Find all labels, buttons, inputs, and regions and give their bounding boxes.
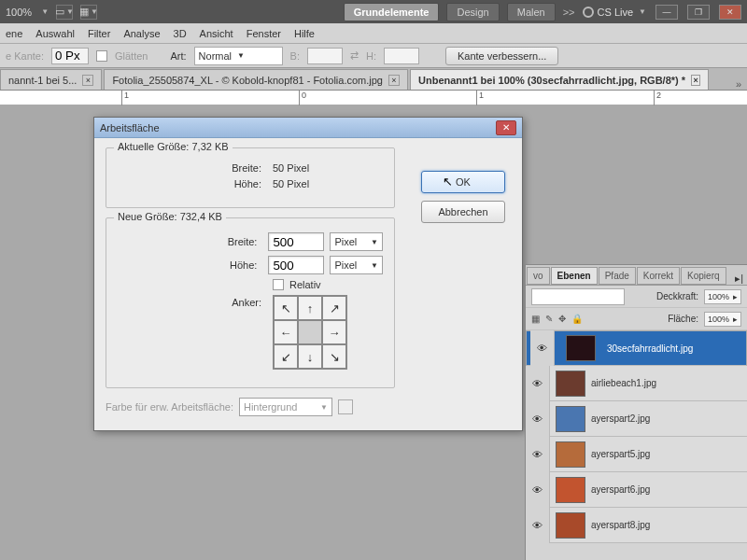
cursor-icon: ↖ xyxy=(443,175,453,189)
anchor-grid[interactable]: ↖↑↗ ←→ ↙↓↘ xyxy=(273,295,347,370)
layer-row[interactable]: 👁airliebeach1.jpg xyxy=(526,366,747,401)
layer-name: airliebeach1.jpg xyxy=(591,378,656,388)
layer-row[interactable]: 👁ayerspart8.jpg xyxy=(526,508,747,543)
layer-thumbnail[interactable] xyxy=(556,512,585,539)
zoom-level[interactable]: 100% xyxy=(6,7,32,18)
close-button[interactable]: ✕ xyxy=(719,5,741,20)
cs-live-button[interactable]: CS Live▼ xyxy=(583,7,646,18)
document-tab[interactable]: Unbenannt1 bei 100% (30secfahrradlicht.j… xyxy=(410,69,709,90)
menu-item[interactable]: Filter xyxy=(88,28,110,39)
panel-tab[interactable]: Korrekt xyxy=(637,267,680,285)
ok-button[interactable]: OK ↖ xyxy=(421,171,505,193)
refine-edge-button[interactable]: Kante verbessern... xyxy=(445,47,558,65)
layer-name: 30secfahrradlicht.jpg xyxy=(607,343,693,354)
extension-color-label: Farbe für erw. Arbeitsfläche: xyxy=(106,401,233,413)
menu-item[interactable]: ene xyxy=(6,28,22,39)
height-label: H: xyxy=(366,50,376,62)
visibility-icon[interactable]: 👁 xyxy=(526,472,550,508)
visibility-icon[interactable]: 👁 xyxy=(526,437,550,472)
style-select[interactable]: Normal▼ xyxy=(194,47,283,65)
panel-tab[interactable]: Kopierq xyxy=(681,267,726,285)
panel-tabs: vo Ebenen Pfade Korrekt Kopierq ▸| xyxy=(526,265,747,286)
width-input xyxy=(307,48,343,64)
width-unit-select[interactable]: Pixel▼ xyxy=(330,232,383,251)
panel-menu-icon[interactable]: ▸| xyxy=(731,273,747,285)
layers-panel: vo Ebenen Pfade Korrekt Kopierq ▸| Deckk… xyxy=(525,264,747,560)
menu-item[interactable]: Auswahl xyxy=(35,28,75,39)
current-height-value: 50 Pixel xyxy=(273,178,309,189)
layer-name: ayerspart8.jpg xyxy=(591,520,650,530)
visibility-icon[interactable]: 👁 xyxy=(526,401,550,437)
fill-label: Fläche: xyxy=(668,314,698,324)
workspace-design-button[interactable]: Design xyxy=(446,3,499,21)
style-label: Art: xyxy=(170,50,186,62)
menu-item[interactable]: Hilfe xyxy=(294,28,315,39)
dialog-title: Arbeitsfläche xyxy=(100,122,160,133)
current-width-value: 50 Pixel xyxy=(273,162,309,174)
layer-name: ayerspart6.jpg xyxy=(591,484,650,495)
link-icon: ⇄ xyxy=(350,49,359,62)
dialog-close-button[interactable]: ✕ xyxy=(496,120,516,135)
close-icon[interactable]: × xyxy=(82,75,93,86)
menu-item[interactable]: Ansicht xyxy=(200,28,233,39)
layer-thumbnail[interactable] xyxy=(556,406,585,432)
lock-transparent-icon: ▦ xyxy=(531,314,540,324)
feather-input[interactable] xyxy=(51,48,89,64)
relative-label: Relativ xyxy=(289,279,321,290)
menu-item[interactable]: 3D xyxy=(174,28,187,39)
minimize-button[interactable]: — xyxy=(655,5,678,20)
visibility-icon[interactable]: 👁 xyxy=(526,508,550,543)
workspace-essentials-button[interactable]: Grundelemente xyxy=(344,3,440,21)
extension-color-select[interactable]: Hintergrund▼ xyxy=(239,398,332,416)
lock-icons[interactable]: ▦✎✥🔒 xyxy=(531,314,583,324)
move-icon: ✥ xyxy=(558,314,566,324)
layer-thumbnail[interactable] xyxy=(556,441,585,468)
opacity-input[interactable]: 100%▸ xyxy=(704,289,741,304)
antialias-checkbox[interactable] xyxy=(96,50,107,62)
new-width-input[interactable] xyxy=(268,232,324,251)
antialias-label: Glätten xyxy=(115,50,148,62)
layer-thumbnail[interactable] xyxy=(556,477,585,503)
layer-row[interactable]: 👁ayerspart6.jpg xyxy=(526,472,747,508)
panel-tab[interactable]: vo xyxy=(527,267,550,285)
tabs-overflow[interactable]: » xyxy=(730,78,747,90)
menu-item[interactable]: Analyse xyxy=(123,28,160,39)
layer-thumbnail[interactable] xyxy=(556,371,585,397)
fill-input[interactable]: 100%▸ xyxy=(704,312,741,327)
new-size-legend: Neue Größe: 732,4 KB xyxy=(114,211,226,222)
workspace-paint-button[interactable]: Malen xyxy=(507,3,556,21)
brush-icon: ✎ xyxy=(545,314,553,324)
cancel-button[interactable]: Abbrechen xyxy=(421,201,505,223)
visibility-icon[interactable]: 👁 xyxy=(530,330,555,366)
layer-thumbnail[interactable] xyxy=(566,335,596,361)
menu-item[interactable]: Fenster xyxy=(247,28,281,39)
feather-label: e Kante: xyxy=(6,50,44,62)
maximize-button[interactable]: ❐ xyxy=(687,5,710,20)
document-tab[interactable]: nannt-1 bei 5...× xyxy=(0,69,102,90)
blend-mode-select[interactable] xyxy=(531,288,625,305)
arrange-icon[interactable]: ▦▼ xyxy=(80,5,97,20)
color-swatch[interactable] xyxy=(338,399,353,414)
layer-name: ayerspart2.jpg xyxy=(591,413,650,424)
workspace-more[interactable]: >> xyxy=(563,7,575,18)
visibility-icon[interactable]: 👁 xyxy=(526,366,550,401)
close-icon[interactable]: × xyxy=(388,75,400,86)
height-unit-select[interactable]: Pixel▼ xyxy=(330,256,383,274)
document-tabs: nannt-1 bei 5...× Fotolia_25505874_XL - … xyxy=(0,68,747,91)
layer-row[interactable]: 👁ayerspart5.jpg xyxy=(526,437,747,472)
layer-row[interactable]: 👁30secfahrradlicht.jpg xyxy=(526,330,747,366)
current-width-label: Breite: xyxy=(118,162,267,174)
screen-mode-icon[interactable]: ▭▼ xyxy=(56,5,73,20)
horizontal-ruler: 1 0 1 2 xyxy=(0,91,747,105)
document-tab[interactable]: Fotolia_25505874_XL - © Kobold-knopf81 -… xyxy=(104,69,408,90)
relative-checkbox[interactable] xyxy=(273,279,284,290)
panel-tab[interactable]: Pfade xyxy=(599,267,636,285)
layer-row[interactable]: 👁ayerspart2.jpg xyxy=(526,401,747,437)
dialog-titlebar[interactable]: Arbeitsfläche ✕ xyxy=(94,118,522,138)
anchor-label: Anker: xyxy=(118,295,267,308)
current-height-label: Höhe: xyxy=(118,178,267,189)
close-icon[interactable]: × xyxy=(691,75,700,86)
panel-tab-layers[interactable]: Ebenen xyxy=(551,267,598,285)
new-height-input[interactable] xyxy=(268,256,324,274)
current-size-legend: Aktuelle Größe: 7,32 KB xyxy=(114,141,233,152)
